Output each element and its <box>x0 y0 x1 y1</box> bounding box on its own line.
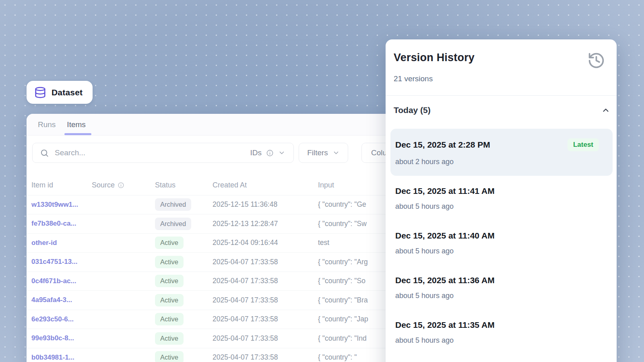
section-today-label: Today (5) <box>394 105 431 115</box>
version-relative-time: about 5 hours ago <box>395 247 599 255</box>
input-cell: { "country": " <box>318 353 357 361</box>
section-today[interactable]: Today (5) <box>394 105 610 115</box>
item-id-link[interactable]: other-id <box>31 239 57 247</box>
column-header-status: Status <box>155 181 213 189</box>
version-history-header: Version History 21 versions <box>386 39 617 96</box>
filters-label: Filters <box>307 148 328 157</box>
status-badge: Active <box>155 256 184 268</box>
created-at-cell: 2025-04-07 17:33:58 <box>213 296 278 304</box>
version-relative-time: about 5 hours ago <box>395 202 599 211</box>
version-relative-time: about 2 hours ago <box>395 158 599 166</box>
input-cell: test <box>318 239 329 247</box>
status-badge: Active <box>155 275 184 287</box>
version-entry[interactable]: Dec 15, 2025 at 11:41 AM about 5 hours a… <box>390 177 613 220</box>
dataset-badge[interactable]: Dataset <box>27 81 93 104</box>
ids-dropdown[interactable]: IDs <box>250 148 286 157</box>
search-box[interactable]: IDs <box>32 143 294 163</box>
input-cell: { "country": "Ind <box>318 334 367 342</box>
latest-badge: Latest <box>568 138 599 151</box>
search-input[interactable] <box>55 148 245 157</box>
tab-items[interactable]: Items <box>67 120 85 129</box>
column-header-item-id: Item id <box>31 181 92 189</box>
item-id-link[interactable]: 6e293c50-6... <box>31 315 74 323</box>
search-icon <box>40 148 49 158</box>
chevron-down-icon <box>332 149 340 156</box>
input-cell: { "country": "So <box>318 277 365 285</box>
version-relative-time: about 5 hours ago <box>395 336 599 345</box>
version-history-title: Version History <box>394 51 475 64</box>
input-cell: { "country": "Arg <box>318 258 368 266</box>
version-entry[interactable]: Dec 15, 2025 at 11:36 AM about 5 hours a… <box>390 266 613 310</box>
created-at-cell: 2025-04-07 17:33:58 <box>213 353 278 361</box>
input-cell: { "country": "Bra <box>318 296 368 304</box>
version-list: Dec 15, 2025 at 2:28 PM Latest about 2 h… <box>386 115 617 354</box>
status-badge: Active <box>155 351 184 362</box>
history-icon <box>587 51 605 70</box>
status-badge: Archived <box>155 198 191 211</box>
info-icon <box>266 149 274 157</box>
version-date: Dec 15, 2025 at 11:41 AM <box>395 186 495 196</box>
input-cell: { "country": "Ge <box>318 200 366 208</box>
chevron-up-icon[interactable] <box>601 106 610 115</box>
version-entry[interactable]: Dec 15, 2025 at 11:40 AM about 5 hours a… <box>390 221 613 265</box>
database-icon <box>34 86 46 99</box>
version-date: Dec 15, 2025 at 11:40 AM <box>395 231 495 241</box>
status-badge: Archived <box>155 218 191 230</box>
version-relative-time: about 5 hours ago <box>395 292 599 300</box>
version-history-panel: Version History 21 versions Today (5) De… <box>386 39 617 362</box>
input-cell: { "country": "Jap <box>318 315 368 323</box>
column-header-source: Source <box>92 181 155 189</box>
item-id-link[interactable]: w1330t9ww1... <box>31 201 78 208</box>
dataset-badge-label: Dataset <box>52 88 83 97</box>
item-id-link[interactable]: 99e93b0c-8... <box>31 334 74 342</box>
version-date: Dec 15, 2025 at 11:36 AM <box>395 276 495 285</box>
tab-runs[interactable]: Runs <box>38 120 56 129</box>
filters-button[interactable]: Filters <box>299 143 348 163</box>
status-badge: Active <box>155 237 184 249</box>
ids-label: IDs <box>250 148 262 157</box>
version-entry[interactable]: Dec 15, 2025 at 2:28 PM Latest about 2 h… <box>390 129 613 176</box>
created-at-cell: 2025-04-07 17:33:58 <box>213 334 278 342</box>
item-id-link[interactable]: b0b34981-1... <box>31 354 74 361</box>
created-at-cell: 2025-12-04 09:16:44 <box>213 239 278 247</box>
info-icon <box>118 182 124 189</box>
input-cell: { "country": "Sw <box>318 220 367 228</box>
created-at-cell: 2025-12-13 12:28:47 <box>213 220 278 228</box>
status-badge: Active <box>155 294 184 306</box>
chevron-down-icon <box>278 149 285 156</box>
created-at-cell: 2025-04-07 17:33:58 <box>213 277 278 285</box>
item-id-link[interactable]: 0c4f671b-ac... <box>31 277 76 285</box>
item-id-link[interactable]: 031c4751-13... <box>31 258 77 265</box>
status-badge: Active <box>155 332 184 345</box>
version-count: 21 versions <box>394 74 605 83</box>
column-header-created-at: Created At <box>213 181 318 189</box>
item-id-link[interactable]: fe7b38e0-ca... <box>31 220 76 227</box>
created-at-cell: 2025-04-07 17:33:58 <box>213 315 278 323</box>
version-entry[interactable]: Dec 15, 2025 at 11:35 AM about 5 hours a… <box>390 311 613 354</box>
created-at-cell: 2025-04-07 17:33:58 <box>213 258 278 266</box>
status-badge: Active <box>155 313 184 325</box>
item-id-link[interactable]: 4a95afa4-3... <box>31 296 72 304</box>
created-at-cell: 2025-12-15 11:36:48 <box>213 200 277 208</box>
version-date: Dec 15, 2025 at 2:28 PM <box>395 140 490 150</box>
version-date: Dec 15, 2025 at 11:35 AM <box>395 320 495 330</box>
